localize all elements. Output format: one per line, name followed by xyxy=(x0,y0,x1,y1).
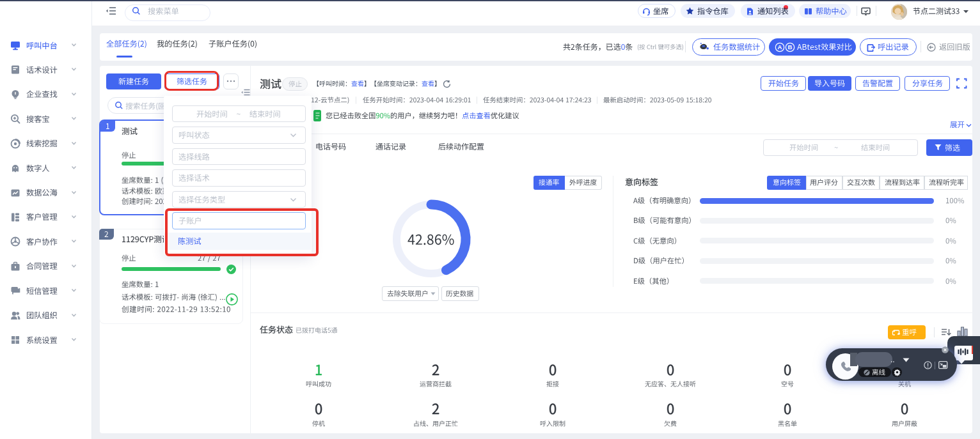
svg-text:A: A xyxy=(778,43,782,50)
svg-text:B: B xyxy=(788,43,793,50)
